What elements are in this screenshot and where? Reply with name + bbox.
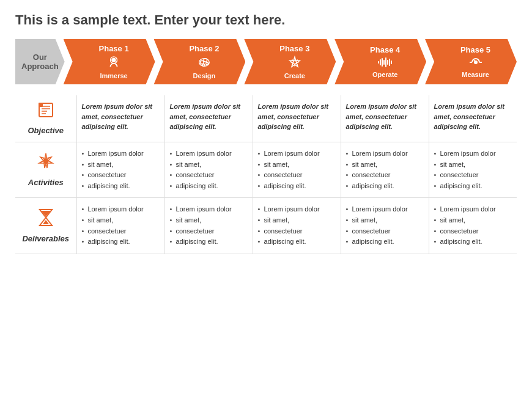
list-item: Lorem ipsum dolor xyxy=(170,148,248,159)
activities-cell-4: Lorem ipsum dolor sit amet, consectetuer… xyxy=(341,142,429,198)
list-item: sit amet, xyxy=(258,159,336,170)
list-item: sit amet, xyxy=(346,215,424,226)
list-item: adipiscing elit. xyxy=(258,181,336,192)
list-item: Lorem ipsum dolor xyxy=(170,204,248,215)
content-table: Objective Lorem ipsum dolor sit amet, co… xyxy=(15,95,517,254)
svg-rect-14 xyxy=(389,59,390,66)
list-item: consectetuer xyxy=(82,226,160,237)
operate-icon xyxy=(377,57,393,70)
activities-header: Activities xyxy=(15,142,76,198)
list-item: Lorem ipsum dolor xyxy=(82,148,160,159)
objective-cell-1: Lorem ipsum dolor sit amet, consectetuer… xyxy=(76,95,164,142)
deliverables-row: Deliverables Lorem ipsum dolor sit amet,… xyxy=(15,198,517,254)
phase-3-number: Phase 3 xyxy=(279,44,309,53)
list-item: consectetuer xyxy=(82,170,160,181)
list-item: sit amet, xyxy=(346,159,424,170)
list-item: consectetuer xyxy=(434,226,512,237)
list-item: sit amet, xyxy=(258,215,336,226)
objective-cell-5: Lorem ipsum dolor sit amet, consectetuer… xyxy=(429,95,517,142)
activities-cell-2: Lorem ipsum dolor sit amet, consectetuer… xyxy=(164,142,253,198)
activities-cell-1: Lorem ipsum dolor sit amet, consectetuer… xyxy=(76,142,164,198)
objective-header: Objective xyxy=(15,95,76,142)
phase-2-number: Phase 2 xyxy=(189,44,219,53)
svg-rect-9 xyxy=(380,59,381,65)
deliverables-cell-2: Lorem ipsum dolor sit amet, consectetuer… xyxy=(164,198,253,254)
list-item: Lorem ipsum dolor xyxy=(434,148,512,159)
svg-rect-11 xyxy=(383,60,385,65)
phase-row: OurApproach Phase 1 Immerse Phase 2 Desi… xyxy=(15,39,517,84)
svg-rect-22 xyxy=(39,103,43,107)
activities-label: Activities xyxy=(28,178,64,187)
list-item: sit amet, xyxy=(434,215,512,226)
immerse-icon xyxy=(107,56,120,71)
list-item: adipiscing elit. xyxy=(434,181,512,192)
list-item: consectetuer xyxy=(170,170,248,181)
list-item: consectetuer xyxy=(346,170,424,181)
activities-row: Activities Lorem ipsum dolor sit amet, c… xyxy=(15,142,517,198)
page-title: This is a sample text. Enter your text h… xyxy=(15,12,517,28)
phase-4-number: Phase 4 xyxy=(370,45,400,54)
list-item: consectetuer xyxy=(434,170,512,181)
phase-4-name: Operate xyxy=(372,71,398,78)
list-item: Lorem ipsum dolor xyxy=(258,204,336,215)
phase-1-arrow: Phase 1 Immerse xyxy=(64,39,155,84)
objective-cell-4: Lorem ipsum dolor sit amet, consectetuer… xyxy=(341,95,429,142)
list-item: Lorem ipsum dolor xyxy=(258,148,336,159)
svg-point-2 xyxy=(201,60,204,64)
objective-label: Objective xyxy=(28,126,64,135)
list-item: adipiscing elit. xyxy=(82,181,160,192)
list-item: adipiscing elit. xyxy=(434,236,512,247)
deliverables-cell-1: Lorem ipsum dolor sit amet, consectetuer… xyxy=(76,198,164,254)
svg-point-0 xyxy=(111,58,116,62)
svg-rect-10 xyxy=(382,58,383,67)
deliverables-header: Deliverables xyxy=(15,198,76,254)
phase-4-arrow: Phase 4 Operate xyxy=(334,39,426,84)
star-icon xyxy=(18,152,73,174)
deliverables-cell-5: Lorem ipsum dolor sit amet, consectetuer… xyxy=(429,198,517,254)
list-item: adipiscing elit. xyxy=(346,236,424,247)
measure-icon xyxy=(468,57,483,70)
svg-point-4 xyxy=(206,62,209,65)
phase-2-name: Design xyxy=(193,72,216,79)
phase-2-arrow: Phase 2 Design xyxy=(154,39,246,84)
list-item: sit amet, xyxy=(170,159,248,170)
list-item: adipiscing elit. xyxy=(82,236,160,247)
hourglass-icon xyxy=(18,208,73,230)
objective-cell-3: Lorem ipsum dolor sit amet, consectetuer… xyxy=(253,95,341,142)
list-item: Lorem ipsum dolor xyxy=(346,148,424,159)
svg-point-7 xyxy=(293,60,297,64)
list-icon xyxy=(18,101,73,122)
svg-rect-12 xyxy=(385,57,386,67)
list-item: adipiscing elit. xyxy=(170,236,248,247)
list-item: sit amet, xyxy=(82,215,160,226)
activities-cell-3: Lorem ipsum dolor sit amet, consectetuer… xyxy=(253,142,341,198)
list-item: sit amet, xyxy=(170,215,248,226)
phase-3-name: Create xyxy=(284,72,305,79)
phase-5-arrow: Phase 5 Measure xyxy=(425,39,517,84)
list-item: Lorem ipsum dolor xyxy=(82,204,160,215)
list-item: adipiscing elit. xyxy=(170,181,248,192)
list-item: adipiscing elit. xyxy=(346,181,424,192)
list-item: Lorem ipsum dolor xyxy=(434,204,512,215)
list-item: consectetuer xyxy=(346,226,424,237)
activities-cell-5: Lorem ipsum dolor sit amet, consectetuer… xyxy=(429,142,517,198)
deliverables-label: Deliverables xyxy=(22,234,69,243)
svg-rect-8 xyxy=(378,61,379,64)
list-item: Lorem ipsum dolor xyxy=(346,204,424,215)
objective-row: Objective Lorem ipsum dolor sit amet, co… xyxy=(15,95,517,142)
phase-3-arrow: Phase 3 Create xyxy=(244,39,336,84)
objective-cell-2: Lorem ipsum dolor sit amet, consectetuer… xyxy=(164,95,253,142)
design-icon xyxy=(198,56,211,71)
list-item: consectetuer xyxy=(258,226,336,237)
create-icon xyxy=(288,56,301,71)
svg-rect-15 xyxy=(391,60,392,64)
phase-5-name: Measure xyxy=(462,71,489,78)
deliverables-cell-4: Lorem ipsum dolor sit amet, consectetuer… xyxy=(341,198,429,254)
phase-1-name: Immerse xyxy=(100,72,127,79)
svg-rect-13 xyxy=(387,60,388,65)
deliverables-cell-3: Lorem ipsum dolor sit amet, consectetuer… xyxy=(253,198,341,254)
list-item: consectetuer xyxy=(258,170,336,181)
phase-1-number: Phase 1 xyxy=(99,44,129,53)
list-item: sit amet, xyxy=(82,159,160,170)
phase-5-number: Phase 5 xyxy=(460,45,490,54)
